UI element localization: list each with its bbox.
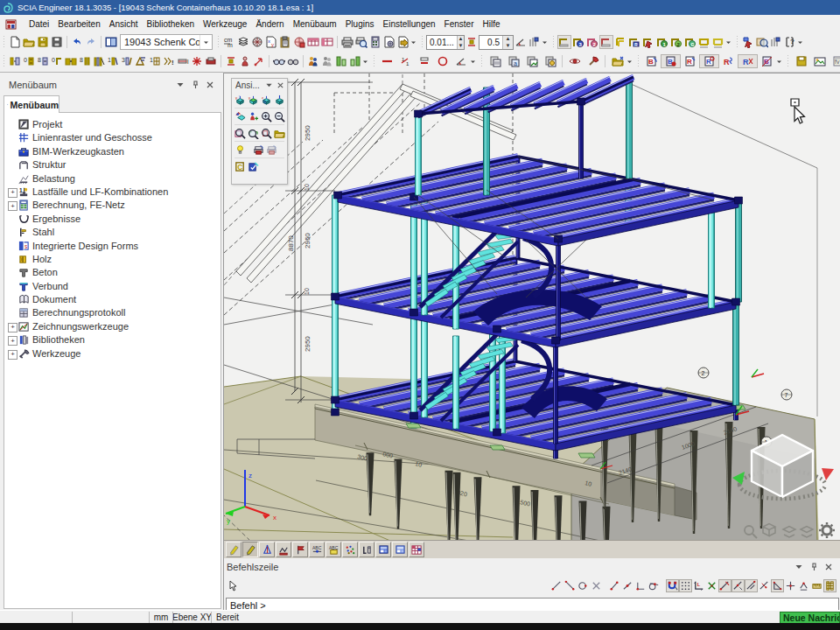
sn-a-icon[interactable]	[718, 579, 732, 592]
new-message-badge[interactable]: Neue Nachrichten	[780, 612, 840, 624]
unit-cm-icon[interactable]: cmm	[222, 35, 236, 49]
pin-icon[interactable]	[809, 563, 818, 571]
pipe-icon[interactable]	[359, 542, 374, 557]
dropdown-arrow-icon[interactable]	[776, 54, 784, 68]
section-wave-icon[interactable]	[276, 542, 291, 557]
beam-f-icon[interactable]: 8	[78, 54, 92, 68]
flag-icon[interactable]	[292, 542, 308, 557]
sn-f-icon[interactable]	[784, 579, 797, 592]
bracket-red-icon[interactable]	[415, 54, 433, 68]
menu-ndern[interactable]: Ändern	[251, 17, 288, 32]
file-new-icon[interactable]	[8, 35, 22, 49]
menu-menbaum[interactable]: Menübaum	[289, 17, 341, 32]
axo-3-icon[interactable]: z	[260, 92, 273, 108]
ratio-red-icon[interactable]: 11	[396, 54, 415, 68]
snap-perp-icon[interactable]	[634, 579, 648, 592]
menu-hilfe[interactable]: Hilfe	[478, 17, 504, 32]
menu-ansicht[interactable]: Ansicht	[105, 17, 143, 32]
frame-d-icon[interactable]	[599, 35, 613, 49]
snap-circ-icon[interactable]	[577, 579, 590, 592]
tab-menubaum[interactable]: Menübaum	[4, 95, 60, 113]
menu-werkzeuge[interactable]: Werkzeuge	[199, 17, 251, 32]
save-all-icon[interactable]	[50, 35, 64, 49]
frame-h-icon[interactable]: 1	[655, 35, 669, 49]
snap-x-icon[interactable]	[590, 579, 603, 592]
frame-f-icon[interactable]: R	[627, 35, 641, 49]
viewport-3d[interactable]: 2950108870295010295030000001010201050021…	[223, 73, 840, 540]
bd-b-icon[interactable]: B	[661, 54, 681, 68]
ball2-icon[interactable]	[292, 35, 306, 49]
sn-c-icon[interactable]	[745, 579, 758, 592]
expand-icon[interactable]: +	[8, 350, 18, 360]
tree-item-berechnung-fe-netz[interactable]: +Berechnung, FE-Netz	[4, 199, 220, 212]
clip-yellow-icon[interactable]	[226, 542, 242, 557]
dropdown-arrow-icon[interactable]	[626, 54, 634, 68]
clamp-red-icon[interactable]	[224, 54, 238, 68]
line-red-icon[interactable]	[378, 54, 396, 68]
person-view-icon[interactable]	[247, 108, 260, 124]
table-red-icon[interactable]	[306, 35, 320, 49]
angle-red-icon[interactable]	[452, 54, 470, 68]
paste-d-icon[interactable]	[541, 54, 559, 68]
tree-item-integrierte-design-forms[interactable]: sIntegrierte Design Forms	[4, 240, 220, 253]
frame-e-icon[interactable]	[613, 35, 627, 49]
folder-open-icon[interactable]	[22, 35, 36, 49]
ruler-dots-icon[interactable]	[528, 35, 542, 49]
beam-j-icon[interactable]	[134, 54, 148, 68]
doc-xy-icon[interactable]: xy	[264, 35, 278, 49]
column-box-icon[interactable]	[823, 579, 836, 592]
zoom-win-icon[interactable]	[234, 125, 247, 141]
chevron-down-icon[interactable]	[265, 81, 273, 89]
snap-mid-icon[interactable]	[621, 579, 634, 592]
bd-d-icon[interactable]: R	[699, 54, 719, 68]
frame-c-icon[interactable]: 2	[585, 35, 599, 49]
layers-icon[interactable]	[236, 35, 250, 49]
glasses-b-icon[interactable]	[286, 54, 300, 68]
close-icon[interactable]	[206, 80, 214, 89]
tree-item-ergebnisse[interactable]: Ergebnisse	[4, 213, 220, 226]
precision-spinner[interactable]: 0.01...▲▼	[426, 35, 465, 50]
sn-b-icon[interactable]	[732, 579, 745, 592]
beam-k-icon[interactable]: 1	[148, 54, 162, 68]
close-icon[interactable]	[824, 563, 833, 571]
frame-a-icon[interactable]	[557, 35, 571, 49]
person-red-icon[interactable]	[238, 54, 252, 68]
zoom-all-icon[interactable]	[247, 125, 260, 141]
snap-end-icon[interactable]	[608, 579, 621, 592]
expand-icon[interactable]: +	[8, 201, 18, 211]
bd-c-icon[interactable]: R	[681, 54, 699, 68]
status-plane[interactable]: Ebene XY	[173, 612, 212, 623]
ruler-dots-icon[interactable]	[769, 35, 783, 49]
eye-red-icon[interactable]	[565, 54, 584, 68]
clipboard-icon[interactable]	[278, 35, 292, 49]
view-dir-icon[interactable]	[234, 108, 247, 124]
undo-icon[interactable]	[70, 35, 84, 49]
doc-gear-icon[interactable]	[382, 35, 396, 49]
grid-red-icon[interactable]	[409, 542, 424, 557]
people-a-icon[interactable]	[306, 54, 320, 68]
tree-item-verbund[interactable]: Verbund	[4, 280, 220, 293]
ortho-icon[interactable]: L	[692, 579, 705, 592]
redo-icon[interactable]	[84, 35, 98, 49]
dropdown-arrow-icon[interactable]	[362, 54, 370, 68]
doc-save-sm-icon[interactable]	[792, 54, 810, 68]
magnifier-red-icon[interactable]	[755, 35, 769, 49]
tree-item-projekt[interactable]: Projekt	[4, 118, 220, 131]
bd-g-icon[interactable]: B	[758, 54, 776, 68]
print-preview-icon[interactable]	[354, 35, 368, 49]
ruler-box-icon[interactable]	[810, 579, 823, 592]
bulb-icon[interactable]	[234, 142, 247, 158]
paste-b-icon[interactable]: a	[504, 54, 522, 68]
green-col-a-icon[interactable]	[334, 54, 348, 68]
pencil-dark-icon[interactable]	[242, 542, 258, 557]
beam-b-icon[interactable]: 0	[22, 54, 36, 68]
snap-line1-icon[interactable]	[550, 579, 564, 592]
axo-4-icon[interactable]	[273, 92, 286, 108]
folder-yellow-icon[interactable]	[608, 54, 626, 68]
clamp-red-icon[interactable]	[465, 35, 479, 49]
frame-j-icon[interactable]: G	[683, 35, 697, 49]
tree-item-beton[interactable]: Beton	[4, 266, 220, 279]
beam-c-icon[interactable]: 8	[36, 54, 50, 68]
doc-fv-a-icon[interactable]: fv	[829, 54, 840, 68]
spinner-arrows[interactable]: ▲▼	[457, 36, 464, 49]
